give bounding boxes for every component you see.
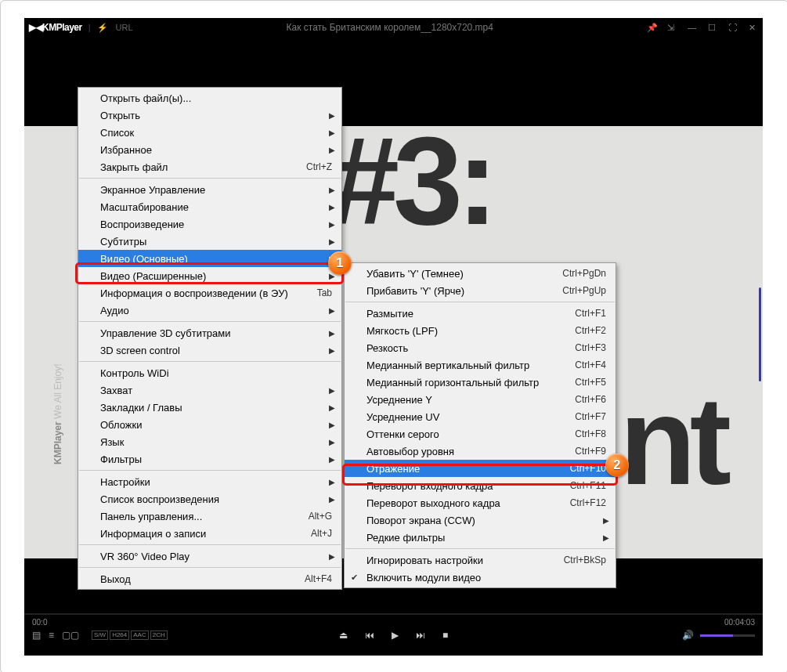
badge: AAC xyxy=(131,630,148,640)
menu-item-label: Автовыбор уровня xyxy=(366,446,454,457)
vr-icon[interactable]: ▢▢ xyxy=(62,630,79,641)
menu-item[interactable]: Язык▶ xyxy=(78,433,341,450)
menu-separator xyxy=(79,470,341,471)
menu-item[interactable]: 3D screen control▶ xyxy=(78,341,341,359)
prev-icon[interactable]: ⏮ xyxy=(365,630,374,641)
menu-shortcut: Ctrl+F9 xyxy=(575,446,606,457)
context-menu-video-basic[interactable]: Убавить 'Y' (Темнее)Ctrl+PgDnПрибавить '… xyxy=(344,262,616,588)
menu-item[interactable]: Фильтры▶ xyxy=(78,450,341,468)
app-logo[interactable]: ▶◀KMPlayer xyxy=(29,22,82,33)
menu-item[interactable]: ОтражениеCtrl+F10 xyxy=(345,460,616,477)
menu-shortcut: Alt+G xyxy=(309,511,332,522)
menu-item[interactable]: Видео (Основные)▶ xyxy=(78,250,341,267)
submenu-arrow-icon: ▶ xyxy=(329,403,335,412)
fullscreen-icon[interactable]: ⛶ xyxy=(728,23,738,32)
menu-item[interactable]: РезкостьCtrl+F3 xyxy=(345,339,616,356)
menu-item[interactable]: Воспроизведение▶ xyxy=(78,215,341,233)
menu-item-label: Субтитры xyxy=(100,236,146,247)
menu-item-label: Закладки / Главы xyxy=(100,402,182,414)
menu-item[interactable]: Усреднение UVCtrl+F7 xyxy=(345,408,616,425)
submenu-arrow-icon: ▶ xyxy=(329,220,335,229)
menu-item[interactable]: Медианный горизонтальный фильтрCtrl+F5 xyxy=(345,374,616,391)
menu-item-label: Список xyxy=(100,127,134,139)
menu-item[interactable]: Открыть▶ xyxy=(78,107,341,124)
menu-item-label: Видео (Расширенные) xyxy=(100,270,206,282)
play-icon[interactable]: ▶ xyxy=(392,630,399,641)
menu-item[interactable]: Информация о воспроизведении (в ЭУ)Tab xyxy=(78,284,341,302)
playlist-icon[interactable]: ▤ xyxy=(32,630,41,641)
menu-item[interactable]: Прибавить 'Y' (Ярче)Ctrl+PgUp xyxy=(345,282,616,299)
submenu-arrow-icon: ▶ xyxy=(329,146,335,154)
maximize-icon[interactable]: ☐ xyxy=(708,23,717,32)
menu-item[interactable]: Видео (Расширенные)▶ xyxy=(78,267,341,284)
menu-item[interactable]: Оттенки серогоCtrl+F8 xyxy=(345,425,616,443)
menu-item-label: Список воспроизведения xyxy=(100,493,219,505)
submenu-arrow-icon: ▶ xyxy=(603,516,609,525)
menu-item[interactable]: Информация о записиAlt+J xyxy=(78,525,341,542)
menu-item[interactable]: Открыть файл(ы)... xyxy=(78,89,341,107)
menu-item[interactable]: Закрыть файлCtrl+Z xyxy=(78,158,341,175)
menu-item[interactable]: Поворот экрана (CCW)▶ xyxy=(345,511,616,529)
menu-item[interactable]: Усреднение YCtrl+F6 xyxy=(345,391,616,408)
menu-item-label: Включить модули видео xyxy=(366,572,481,583)
submenu-arrow-icon: ▶ xyxy=(329,237,335,246)
eject-icon[interactable]: ⏏ xyxy=(339,630,348,641)
menu-item-label: Информация о воспроизведении (в ЭУ) xyxy=(100,287,288,299)
menu-item[interactable]: Мягкость (LPF)Ctrl+F2 xyxy=(345,322,616,339)
menu-item[interactable]: Избранное▶ xyxy=(78,141,341,158)
lightning-icon[interactable]: ⚡ xyxy=(97,23,108,33)
close-icon[interactable]: ✕ xyxy=(749,23,758,32)
menu-item[interactable]: ВыходAlt+F4 xyxy=(78,570,341,587)
menu-item[interactable]: Переворот выходного кадраCtrl+F12 xyxy=(345,494,616,511)
menu-item[interactable]: Контроль WiDi xyxy=(78,364,341,381)
menu-item[interactable]: РазмытиеCtrl+F1 xyxy=(345,305,616,322)
menu-item[interactable]: Захват▶ xyxy=(78,381,341,399)
menu-shortcut: Alt+F4 xyxy=(305,573,332,584)
menu-item[interactable]: Список▶ xyxy=(78,124,341,141)
menu-item[interactable]: Закладки / Главы▶ xyxy=(78,399,341,416)
stop-icon[interactable]: ■ xyxy=(442,630,448,641)
pin-icon[interactable]: 📌 xyxy=(647,23,656,32)
menu-item[interactable]: Панель управления...Alt+G xyxy=(78,508,341,525)
bottom-bar: 00:0 00:04:03 ▤ ≡ ▢▢ S/W H264 AAC 2CH ⏏ xyxy=(24,615,763,656)
menu-shortcut: Ctrl+F4 xyxy=(575,359,606,370)
menu-item[interactable]: Список воспроизведения▶ xyxy=(78,490,341,508)
menu-item[interactable]: Экранное Управление▶ xyxy=(78,181,341,198)
minimize-icon[interactable]: — xyxy=(688,23,697,32)
menu-item[interactable]: Переворот входного кадраCtrl+F11 xyxy=(345,477,616,494)
menu-item-label: Закрыть файл xyxy=(100,161,168,173)
submenu-arrow-icon: ▶ xyxy=(329,386,335,395)
submenu-arrow-icon: ▶ xyxy=(329,455,335,464)
settings-icon[interactable]: ≡ xyxy=(49,630,54,641)
menu-item[interactable]: Медианный вертикальный фильтрCtrl+F4 xyxy=(345,356,616,374)
submenu-arrow-icon: ▶ xyxy=(329,186,335,194)
menu-item[interactable]: Убавить 'Y' (Темнее)Ctrl+PgDn xyxy=(345,265,616,282)
menu-item[interactable]: Обложки▶ xyxy=(78,416,341,433)
url-label[interactable]: URL xyxy=(116,23,133,32)
menu-item-label: Видео (Основные) xyxy=(100,253,188,265)
context-menu-main[interactable]: Открыть файл(ы)...Открыть▶Список▶Избранн… xyxy=(78,87,342,590)
compact-icon[interactable]: ⇲ xyxy=(667,23,677,32)
menu-item[interactable]: Аудио▶ xyxy=(78,302,341,319)
menu-shortcut: Ctrl+PgDn xyxy=(562,268,606,279)
next-icon[interactable]: ⏭ xyxy=(416,630,425,641)
menu-shortcut: Ctrl+F3 xyxy=(575,342,606,353)
menu-item[interactable]: Игнорировать настройкиCtrl+BkSp xyxy=(345,551,616,569)
menu-item[interactable]: Масштабирование▶ xyxy=(78,198,341,215)
menu-item-label: Усреднение UV xyxy=(366,411,439,423)
menu-shortcut: Ctrl+F7 xyxy=(575,411,606,422)
menu-item[interactable]: Включить модули видео xyxy=(345,569,616,586)
menu-item[interactable]: Субтитры▶ xyxy=(78,233,341,250)
menu-item-label: VR 360° Video Play xyxy=(100,551,190,562)
menu-item[interactable]: VR 360° Video Play▶ xyxy=(78,547,341,565)
menu-item[interactable]: Настройки▶ xyxy=(78,473,341,490)
menu-item[interactable]: Управление 3D субтитрами▶ xyxy=(78,324,341,341)
screenshot-canvas: ▶◀KMPlayer | ⚡ URL Как стать Британским … xyxy=(0,0,787,672)
menu-separator xyxy=(79,321,341,322)
volume-icon[interactable]: 🔊 xyxy=(682,630,694,641)
menu-item[interactable]: Автовыбор уровняCtrl+F9 xyxy=(345,443,616,460)
menu-item[interactable]: Редкие фильтры▶ xyxy=(345,529,616,546)
menu-item-label: Резкость xyxy=(366,342,408,354)
submenu-arrow-icon: ▶ xyxy=(329,478,335,486)
volume-slider[interactable] xyxy=(700,634,755,637)
